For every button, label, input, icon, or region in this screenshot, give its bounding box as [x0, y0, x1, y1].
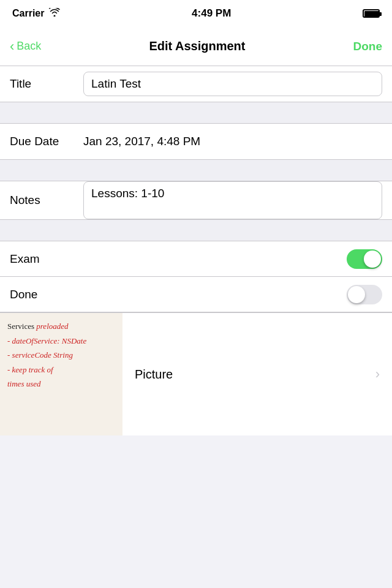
- title-row: Title: [0, 66, 392, 102]
- notes-section: Notes Lessons: 1-10: [0, 181, 392, 219]
- exam-toggle-knob: [364, 251, 381, 268]
- hw-line-2: - dateOfService: NSDate: [7, 335, 115, 347]
- back-chevron-icon: ‹: [10, 40, 14, 53]
- done-row: Done: [0, 277, 392, 312]
- picture-label: Picture: [135, 368, 173, 382]
- hw-line-5: times used: [7, 378, 115, 390]
- back-label: Back: [17, 40, 41, 53]
- section-divider-3: [0, 219, 392, 241]
- done-toggle-label: Done: [10, 288, 37, 301]
- due-date-value: Jan 23, 2017, 4:48 PM: [83, 135, 382, 148]
- picture-label-area: Picture ›: [123, 366, 392, 382]
- done-toggle-knob: [348, 286, 365, 303]
- title-label: Title: [10, 77, 83, 91]
- section-divider-1: [0, 102, 392, 124]
- exam-toggle[interactable]: [347, 249, 382, 269]
- status-right: [363, 9, 380, 18]
- page-title: Edit Assignment: [149, 39, 245, 53]
- handwritten-note: Services preloaded - dateOfService: NSDa…: [0, 313, 123, 435]
- title-input[interactable]: [83, 72, 382, 96]
- picture-thumbnail: Services preloaded - dateOfService: NSDa…: [0, 313, 123, 435]
- due-date-row[interactable]: Due Date Jan 23, 2017, 4:48 PM: [0, 124, 392, 159]
- back-button[interactable]: ‹ Back: [10, 40, 41, 53]
- status-bar: Carrier 4:49 PM: [0, 0, 392, 27]
- battery-icon: [363, 9, 380, 18]
- notes-row: Notes Lessons: 1-10: [0, 181, 392, 219]
- notes-input[interactable]: Lessons: 1-10: [83, 181, 382, 219]
- picture-chevron-icon: ›: [375, 366, 380, 382]
- notes-label: Notes: [10, 194, 83, 207]
- section-divider-2: [0, 159, 392, 181]
- status-left: Carrier: [12, 8, 60, 19]
- due-date-label: Due Date: [10, 135, 83, 148]
- title-section: Title: [0, 66, 392, 102]
- done-toggle[interactable]: [347, 285, 382, 304]
- picture-row[interactable]: Services preloaded - dateOfService: NSDa…: [0, 312, 392, 435]
- done-button[interactable]: Done: [353, 40, 382, 53]
- hw-line-3: - serviceCode String: [7, 349, 115, 361]
- carrier-label: Carrier: [12, 8, 44, 19]
- wifi-icon: [49, 8, 60, 19]
- navigation-bar: ‹ Back Edit Assignment Done: [0, 27, 392, 66]
- exam-row: Exam: [0, 241, 392, 277]
- due-date-section: Due Date Jan 23, 2017, 4:48 PM: [0, 124, 392, 159]
- hw-line-4: - keep track of: [7, 364, 115, 376]
- exam-label: Exam: [10, 252, 40, 266]
- hw-line-1: Services preloaded: [7, 320, 115, 333]
- status-time: 4:49 PM: [192, 7, 231, 20]
